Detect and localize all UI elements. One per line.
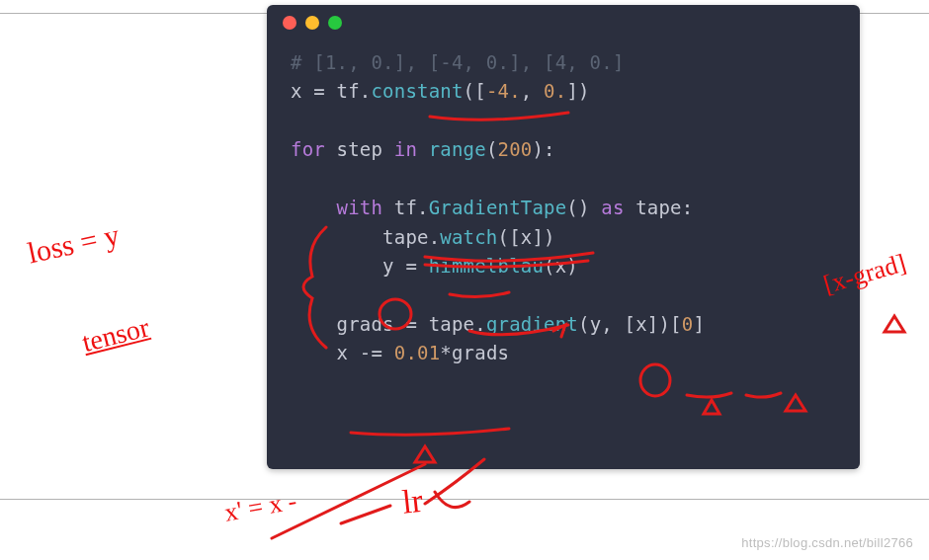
minimize-icon[interactable] (305, 16, 319, 30)
annotation-xprime: x' = x - (222, 486, 299, 527)
code-line: # [1., 0.], [-4, 0.], [4, 0.] (291, 48, 836, 77)
code-line: tape.watch([x]) (291, 223, 836, 252)
code-line (291, 107, 836, 135)
code-line (291, 165, 836, 194)
code-line: y = himmelblau(x) (291, 252, 836, 280)
code-line: x = tf.constant([-4., 0.]) (291, 77, 836, 106)
code-line: grads = tape.gradient(y, [x])[0] (291, 310, 836, 339)
zoom-icon[interactable] (328, 16, 342, 30)
code-block: # [1., 0.], [-4, 0.], [4, 0.]x = tf.cons… (267, 40, 860, 368)
annotation-loss: loss = y (25, 218, 123, 271)
code-line (291, 281, 836, 310)
code-window: # [1., 0.], [-4, 0.], [4, 0.]x = tf.cons… (267, 5, 860, 469)
close-icon[interactable] (283, 16, 296, 30)
code-line: with tf.GradientTape() as tape: (291, 194, 836, 222)
window-titlebar (267, 5, 860, 40)
annotation-tensor: tensor (79, 311, 152, 359)
watermark: https://blog.csdn.net/bill2766 (741, 535, 913, 550)
code-line: x -= 0.01*grads (291, 339, 836, 367)
annotation-lr: lr (400, 482, 425, 521)
code-line: for step in range(200): (291, 135, 836, 164)
